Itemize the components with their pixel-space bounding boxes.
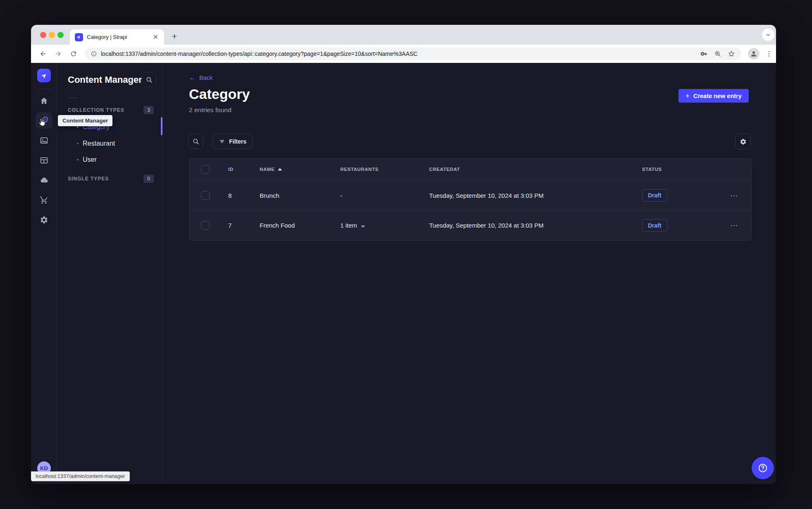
single-types-label: SINGLE TYPES <box>68 176 109 182</box>
home-icon[interactable] <box>36 92 53 109</box>
create-new-entry-button[interactable]: + Create new entry <box>678 89 749 103</box>
url-bar[interactable]: localhost:1337/admin/content-manager/col… <box>85 48 741 60</box>
marketplace-cart-icon[interactable] <box>36 192 53 208</box>
cell-restaurants[interactable]: 1 item <box>330 222 419 229</box>
browser-profile-icon[interactable] <box>748 48 759 60</box>
view-settings-button[interactable] <box>735 134 751 149</box>
cell-name: Brunch <box>250 192 330 199</box>
chevron-down-icon <box>361 226 365 228</box>
browser-window: ➤ Category | Strapi ✕ + localhost:1337/a… <box>31 25 776 484</box>
minimize-window-button[interactable] <box>49 32 55 38</box>
row-checkbox[interactable] <box>201 191 210 200</box>
tab-title: Category | Strapi <box>87 34 152 40</box>
sort-asc-icon <box>278 168 282 170</box>
column-header-status[interactable]: STATUS <box>632 167 712 172</box>
status-badge: Draft <box>642 189 667 202</box>
browser-menu-icon[interactable] <box>765 50 773 58</box>
cell-restaurants: - <box>330 192 419 199</box>
nav-tooltip: Content Manager <box>58 115 112 126</box>
tab-strip: ➤ Category | Strapi ✕ + <box>31 25 776 45</box>
site-info-icon[interactable] <box>91 50 97 57</box>
fullscreen-window-button[interactable] <box>57 32 64 38</box>
bullet-icon <box>77 143 79 144</box>
table-header-row: ID NAME RESTAURANTS CREATEDAT STATUS <box>189 158 751 180</box>
media-library-icon[interactable] <box>36 132 53 149</box>
table-row[interactable]: 8 Brunch - Tuesday, September 10, 2024 a… <box>189 180 751 210</box>
bullet-icon <box>77 159 79 161</box>
content-type-builder-icon[interactable] <box>36 152 53 168</box>
strapi-app: ➤ KD <box>31 63 776 484</box>
column-header-id[interactable]: ID <box>218 167 250 172</box>
table-search-button[interactable] <box>188 134 203 149</box>
cell-id: 7 <box>218 222 250 229</box>
url-text[interactable]: localhost:1337/admin/content-manager/col… <box>101 50 700 57</box>
filters-button[interactable]: Filters <box>212 134 253 149</box>
close-window-button[interactable] <box>40 32 46 38</box>
sidebar-item-label: Restaurant <box>83 140 115 147</box>
strapi-favicon: ➤ <box>75 33 83 41</box>
tab-close-icon[interactable]: ✕ <box>152 33 159 41</box>
row-actions-menu-icon[interactable]: ⋯ <box>722 221 738 230</box>
arrow-left-icon: ← <box>189 74 196 82</box>
zoom-page-icon[interactable] <box>714 50 721 58</box>
browser-toolbar: localhost:1337/admin/content-manager/col… <box>31 45 776 63</box>
collection-types-section: COLLECTION TYPES 3 <box>68 106 154 114</box>
cell-name: French Food <box>250 222 330 229</box>
new-tab-button[interactable]: + <box>168 31 181 43</box>
single-types-section: SINGLE TYPES 0 <box>68 175 154 183</box>
password-key-icon[interactable] <box>700 50 708 58</box>
page-title: Category <box>189 86 250 102</box>
browser-forward-icon[interactable] <box>55 50 62 58</box>
back-label: Back <box>199 74 213 81</box>
filter-icon <box>219 138 225 145</box>
settings-gear-icon[interactable] <box>36 211 53 228</box>
row-checkbox[interactable] <box>201 221 210 230</box>
create-button-label: Create new entry <box>693 93 742 99</box>
sidebar-item-restaurant[interactable]: Restaurant <box>57 135 162 152</box>
subnav-title: Content Manager <box>68 74 142 85</box>
browser-back-icon[interactable] <box>39 50 47 58</box>
strapi-logo[interactable]: ➤ <box>37 69 51 82</box>
column-header-name[interactable]: NAME <box>250 167 330 172</box>
browser-reload-icon[interactable] <box>70 50 77 58</box>
single-types-count-badge: 0 <box>143 175 154 183</box>
entries-table: ID NAME RESTAURANTS CREATEDAT STATUS 8 B… <box>189 158 752 241</box>
plus-icon: + <box>685 92 690 100</box>
column-header-restaurants[interactable]: RESTAURANTS <box>330 167 419 172</box>
back-link[interactable]: ← Back <box>189 74 213 82</box>
bookmark-star-icon[interactable] <box>728 50 735 58</box>
entries-count: 2 entries found <box>189 106 232 114</box>
filters-label: Filters <box>229 138 246 145</box>
help-button[interactable] <box>752 457 774 479</box>
cloud-icon[interactable] <box>36 172 53 188</box>
select-all-checkbox[interactable] <box>201 165 210 174</box>
collection-types-label: COLLECTION TYPES <box>68 107 124 113</box>
rail-divider <box>36 458 52 459</box>
rail-divider <box>36 89 52 89</box>
browser-tab[interactable]: ➤ Category | Strapi ✕ <box>70 29 164 45</box>
main-content: ← Back Category 2 entries found + Create… <box>162 63 776 484</box>
column-header-createdat[interactable]: CREATEDAT <box>419 167 632 172</box>
status-badge: Draft <box>642 219 667 232</box>
collection-types-count-badge: 3 <box>143 106 154 114</box>
sidebar-item-label: User <box>83 156 97 163</box>
sidebar-item-user[interactable]: User <box>57 151 162 168</box>
cell-createdat: Tuesday, September 10, 2024 at 3:03 PM <box>419 222 632 229</box>
cell-createdat: Tuesday, September 10, 2024 at 3:03 PM <box>419 192 632 199</box>
subnav-search-button[interactable] <box>141 72 156 87</box>
table-row[interactable]: 7 French Food 1 item Tuesday, September … <box>189 210 751 240</box>
cell-id: 8 <box>218 192 250 199</box>
row-actions-menu-icon[interactable]: ⋯ <box>722 191 738 200</box>
subnav-divider <box>68 98 78 98</box>
browser-status-bar: localhost:1337/admin/content-manager <box>31 471 130 481</box>
question-mark-icon <box>757 463 768 473</box>
mouse-cursor <box>37 118 47 127</box>
tab-search-chevron-icon[interactable] <box>762 29 774 41</box>
bullet-icon <box>77 126 79 128</box>
